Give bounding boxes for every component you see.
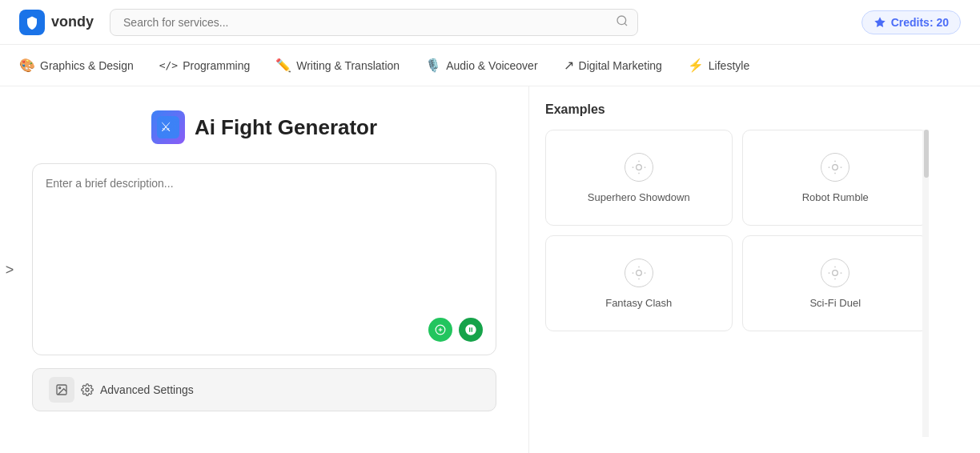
svg-point-6 — [86, 388, 89, 391]
nav-label-programming: Programming — [183, 59, 250, 72]
example-icon-scifi — [821, 259, 849, 287]
example-card-fantasy[interactable]: Fantasy Clash — [545, 235, 733, 331]
example-label-superhero: Superhero Showdown — [588, 191, 690, 203]
nav-label-writing: Writing & Translation — [296, 59, 400, 72]
examples-title: Examples — [545, 102, 929, 117]
nav-label-audio: Audio & Voiceover — [446, 59, 537, 72]
search-icon — [616, 14, 629, 30]
svg-point-5 — [59, 387, 61, 389]
example-icon-superhero — [625, 153, 653, 182]
example-icon-robot — [821, 153, 849, 182]
examples-grid: Superhero Showdown Robot Rumble — [545, 130, 929, 331]
header: vondy Credits: 20 — [0, 0, 980, 45]
example-card-robot[interactable]: Robot Rumble — [742, 130, 930, 226]
page-title-icon: ⚔ — [151, 110, 185, 144]
advanced-settings-label: Advanced Settings — [100, 383, 194, 396]
tool-icon-1[interactable] — [428, 318, 452, 342]
nav-label-marketing: Digital Marketing — [579, 59, 662, 72]
input-footer — [46, 318, 483, 342]
image-upload-icon — [49, 377, 74, 403]
example-label-robot: Robot Rumble — [802, 191, 869, 203]
tool-icon-2[interactable] — [459, 318, 483, 342]
credits-button[interactable]: Credits: 20 — [862, 10, 961, 34]
main-content: > ⚔ Ai Fight Generator — [0, 86, 980, 453]
settings-icon — [81, 383, 94, 396]
search-input[interactable] — [110, 9, 638, 36]
svg-point-0 — [617, 16, 626, 25]
svg-point-7 — [636, 164, 641, 170]
page-title: Ai Fight Generator — [195, 115, 377, 140]
description-input[interactable] — [46, 177, 483, 311]
nav-item-graphics[interactable]: 🎨 Graphics & Design — [19, 54, 134, 76]
audio-icon: 🎙️ — [425, 58, 441, 73]
example-icon-fantasy — [625, 259, 653, 287]
scroll-thumb[interactable] — [924, 130, 929, 178]
programming-icon: </> — [159, 59, 178, 71]
graphics-icon: 🎨 — [19, 58, 35, 73]
svg-text:⚔: ⚔ — [159, 120, 171, 134]
page-title-area: ⚔ Ai Fight Generator — [32, 110, 496, 144]
nav-item-marketing[interactable]: ↗ Digital Marketing — [564, 54, 662, 76]
sidebar-arrow[interactable]: > — [0, 254, 19, 286]
main-nav: 🎨 Graphics & Design </> Programming ✏️ W… — [0, 45, 980, 86]
credits-label: Credits: 20 — [891, 16, 949, 29]
nav-item-audio[interactable]: 🎙️ Audio & Voiceover — [425, 54, 537, 76]
svg-point-10 — [833, 270, 838, 275]
advanced-settings-button[interactable]: Advanced Settings — [32, 368, 496, 411]
svg-point-9 — [636, 270, 641, 275]
logo-text: vondy — [51, 14, 94, 30]
svg-point-8 — [833, 164, 838, 170]
logo[interactable]: vondy — [19, 10, 94, 35]
right-panel: Examples Superhero Showdown — [528, 86, 945, 453]
nav-item-writing[interactable]: ✏️ Writing & Translation — [275, 54, 400, 76]
nav-item-programming[interactable]: </> Programming — [159, 56, 251, 75]
example-label-scifi: Sci-Fi Duel — [809, 297, 861, 309]
example-label-fantasy: Fantasy Clash — [605, 297, 672, 309]
lifestyle-icon: ⚡ — [688, 58, 704, 73]
examples-scroll[interactable]: Superhero Showdown Robot Rumble — [545, 130, 929, 437]
left-panel: ⚔ Ai Fight Generator — [0, 86, 528, 453]
input-area — [32, 163, 496, 355]
example-card-superhero[interactable]: Superhero Showdown — [545, 130, 733, 226]
writing-icon: ✏️ — [275, 58, 291, 73]
search-bar — [110, 9, 638, 36]
nav-label-graphics: Graphics & Design — [40, 59, 134, 72]
nav-item-lifestyle[interactable]: ⚡ Lifestyle — [688, 54, 749, 76]
logo-icon — [19, 10, 45, 35]
example-card-scifi[interactable]: Sci-Fi Duel — [742, 235, 930, 331]
marketing-icon: ↗ — [564, 58, 574, 73]
nav-label-lifestyle: Lifestyle — [709, 59, 749, 72]
scroll-track — [922, 130, 929, 437]
